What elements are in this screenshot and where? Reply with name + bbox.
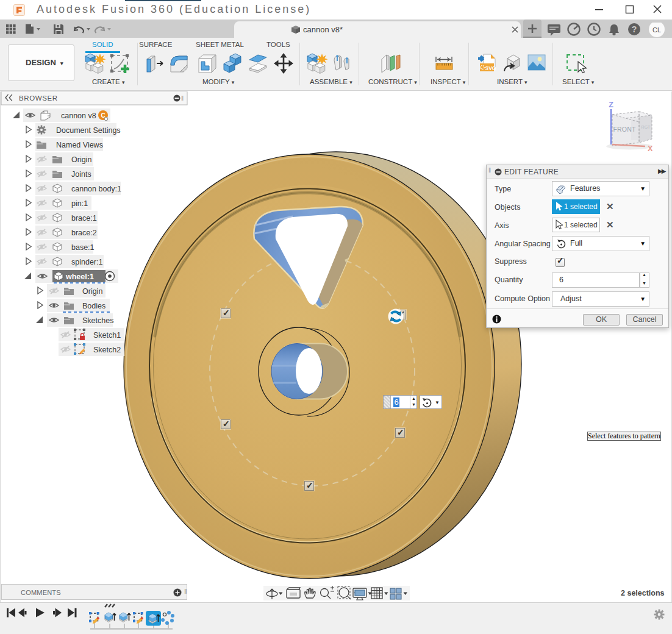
svg-text:Origin: Origin — [71, 155, 91, 164]
svg-text:X: X — [648, 144, 653, 153]
svg-text:pin:1: pin:1 — [71, 199, 88, 208]
svg-text:Joints: Joints — [71, 170, 91, 179]
svg-text:Named Views: Named Views — [56, 141, 103, 149]
svg-text:CL: CL — [652, 26, 661, 34]
svg-text:base:1: base:1 — [71, 243, 95, 252]
svg-text:Sketch2: Sketch2 — [93, 346, 121, 354]
svg-text:brace:2: brace:2 — [71, 229, 97, 237]
svg-text:Sketches: Sketches — [82, 316, 113, 325]
svg-text:brace:1: brace:1 — [71, 214, 97, 223]
svg-text:Document Settings: Document Settings — [56, 126, 121, 135]
svg-text:cannon v8: cannon v8 — [61, 112, 96, 120]
svg-text:‖: ‖ — [181, 95, 184, 102]
svg-text:cannon body:1: cannon body:1 — [71, 185, 121, 193]
svg-text:Z: Z — [609, 101, 613, 109]
svg-text:?: ? — [632, 24, 637, 34]
svg-text:Sketch1: Sketch1 — [93, 331, 121, 340]
svg-text:Bodies: Bodies — [82, 302, 105, 310]
svg-text:SVG: SVG — [485, 65, 496, 71]
svg-text:RGT: RGT — [642, 125, 651, 129]
svg-text:Origin: Origin — [82, 287, 102, 296]
svg-text:BROWSER: BROWSER — [19, 94, 58, 102]
svg-text:spinder:1: spinder:1 — [71, 258, 102, 266]
svg-text:wheel:1: wheel:1 — [65, 272, 94, 281]
svg-text:FRONT: FRONT — [613, 126, 636, 133]
